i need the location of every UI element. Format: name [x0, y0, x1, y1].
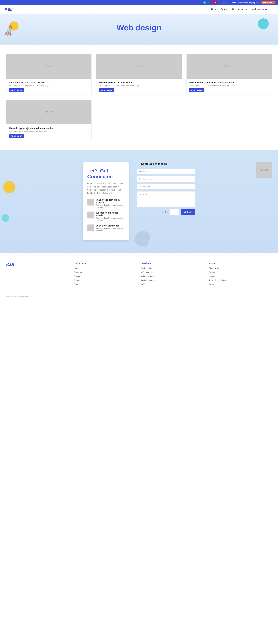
main-nav: Home Pages Hero headers Header & menu	[211, 8, 267, 10]
footer-col-about: About About Kavi Careers Innovation Term…	[209, 262, 272, 287]
feature-text-1: Team of the best digital experts Sed fri…	[96, 198, 124, 208]
facebook-icon[interactable]: f	[200, 1, 202, 4]
read-more-btn-3[interactable]: READ MORE	[189, 88, 204, 92]
footer-bottom: Designed by Markhendriksen.com.	[6, 293, 272, 298]
footer-link-ecommerce[interactable]: eCommerce	[141, 271, 204, 274]
blog-card-4: 1000 x 563 Phasellus purus justo, mollis…	[6, 100, 92, 141]
feature-thumb-1	[87, 198, 94, 206]
email-info: ✉ info@mycompany.com	[238, 2, 259, 4]
footer-link-terms[interactable]: Terms & conditions	[209, 279, 272, 282]
site-logo[interactable]: Kali	[5, 7, 13, 12]
youtube-icon[interactable]: ▶	[214, 1, 217, 4]
card-image-2: 1000 x 563	[96, 54, 182, 79]
card-body-1: Nulla arcu mi, suscipit ut dui nec by ad…	[6, 79, 91, 95]
feature-title-1: Team of the best digital experts	[96, 198, 124, 204]
email-input[interactable]	[137, 176, 195, 182]
footer-heading-services: Services	[141, 262, 204, 264]
contact-layout: Let's Get Connected Lorem ipsum dolor si…	[6, 162, 272, 240]
pinterest-icon[interactable]: p	[211, 1, 213, 4]
contact-section: 300 x 101 Let's Get Connected Lorem ipsu…	[0, 150, 278, 253]
read-more-btn-1[interactable]: READ MORE	[9, 88, 24, 92]
feature-thumb-2	[87, 212, 94, 218]
card-body-4: Phasellus purus justo, mollis nec sapien…	[6, 124, 91, 140]
footer-link-home[interactable]: Home	[74, 267, 137, 270]
contact-form-area: Send us a message 6 + 9 = Submit	[137, 162, 195, 215]
yellow-circle-contact	[3, 181, 16, 193]
read-more-btn-2[interactable]: READ MORE	[99, 88, 114, 92]
blog-card-2: 1000 x 563 Fusce interdum ultricies dolo…	[96, 54, 182, 95]
phone-number: +815.555.5555	[223, 2, 236, 4]
card-title-1: Nulla arcu mi, suscipit ut dui nec	[9, 81, 89, 84]
message-input[interactable]	[137, 191, 195, 207]
email-address: info@mycompany.com	[240, 2, 259, 4]
hero-section: 🚀 Web design	[0, 14, 278, 44]
linkedin-icon[interactable]: in	[207, 1, 210, 4]
feature-item-2: We focus on the best results Sed fringil…	[87, 212, 124, 222]
footer-link-careers[interactable]: Careers	[209, 271, 272, 274]
footer-link-about[interactable]: About us	[74, 271, 137, 274]
get-started-button[interactable]: Get started	[261, 1, 275, 4]
footer-heading-about: About	[209, 262, 272, 264]
blog-card-3: 1000 x 563 Mauris scelerisque rhoncus ma…	[186, 54, 272, 95]
connect-card: Let's Get Connected Lorem ipsum dolor si…	[83, 162, 129, 240]
small-image-placeholder: 300 x 101	[256, 162, 272, 178]
blog-section: 1000 x 563 Nulla arcu mi, suscipit ut du…	[0, 44, 278, 150]
feature-item-3: 15 years of experience Sed fringilla nul…	[87, 224, 124, 232]
footer-link-innovation[interactable]: Innovation	[209, 275, 272, 278]
footer-links-quick: Home About us Services Projects Blog	[74, 267, 137, 286]
phone-info: 📞 +815.555.5555	[220, 2, 236, 4]
feature-text-3: 15 years of experience Sed fringilla nul…	[96, 224, 124, 232]
phone-input[interactable]	[137, 184, 195, 190]
footer-link-privacy[interactable]: Privacy	[209, 283, 272, 286]
feature-desc-3: Sed fringilla nulla id ante pulvinar pha…	[96, 228, 124, 232]
phone-icon: 📞	[220, 2, 223, 4]
form-title: Send us a message	[137, 162, 195, 166]
card-title-2: Fusce interdum ultricies dolor	[99, 81, 179, 84]
card-image-3: 1000 x 563	[187, 54, 272, 79]
footer-link-blog[interactable]: Blog	[74, 283, 137, 286]
footer-link-seo[interactable]: SEO	[141, 283, 204, 286]
feature-title-2: We focus on the best results	[96, 212, 124, 216]
feature-item-1: Team of the best digital experts Sed fri…	[87, 198, 124, 208]
captcha-text: 6 + 9 =	[161, 211, 168, 213]
card-image-1: 1000 x 563	[6, 54, 91, 79]
card-meta-1: by admin | Oct 21, 2022 | Uncategorized,…	[9, 85, 89, 86]
connect-description: Lorem ipsum dolor sit amet, consectetur …	[87, 182, 124, 195]
cyan-circle-decoration	[258, 18, 269, 29]
footer-link-digitalmarketing[interactable]: Digital marketing	[141, 279, 204, 282]
footer-link-webdesign[interactable]: Web design	[141, 267, 204, 270]
full-name-input[interactable]	[137, 169, 195, 174]
footer-link-advertisement[interactable]: Advertisement	[141, 275, 204, 278]
card-body-2: Fusce interdum ultricies dolor by admin …	[96, 79, 182, 95]
card-image-4: 1000 x 563	[6, 100, 91, 124]
connect-title: Let's Get Connected	[87, 168, 124, 180]
footer-link-projects[interactable]: Projects	[74, 279, 137, 282]
nav-pages[interactable]: Pages	[221, 8, 228, 10]
footer-link-services[interactable]: Services	[74, 275, 137, 278]
hamburger-menu-icon[interactable]: ☰	[270, 7, 273, 11]
card-meta-2: by admin | Oct 21, 2022 | Uncategorized,…	[99, 85, 179, 86]
footer-grid: Kali Quick links Home About us Services …	[6, 262, 272, 287]
nav-hero-headers[interactable]: Hero headers	[232, 8, 247, 10]
footer-credit: Designed by Markhendriksen.com.	[6, 296, 32, 298]
nav-header-menu[interactable]: Header & menu	[251, 8, 267, 10]
footer-links-services: Web design eCommerce Advertisement Digit…	[141, 267, 204, 286]
feature-text-2: We focus on the best results Sed fringil…	[96, 212, 124, 222]
twitter-icon[interactable]: t	[203, 1, 206, 4]
feature-desc-1: Sed fringilla nulla id ante pulvinar pha…	[96, 204, 124, 208]
cyan-circle-contact	[2, 214, 9, 222]
topbar-right: 📞 +815.555.5555 ✉ info@mycompany.com Get…	[220, 1, 275, 4]
blog-card-1: 1000 x 563 Nulla arcu mi, suscipit ut du…	[6, 54, 92, 95]
nav-home[interactable]: Home	[211, 8, 217, 10]
footer-col-quick-links: Quick links Home About us Services Proje…	[74, 262, 137, 287]
card-meta-4: by admin | Oct 8, 2022 | Uncategorized, …	[9, 130, 89, 132]
footer-heading-quick-links: Quick links	[74, 262, 137, 264]
read-more-btn-4[interactable]: READ MORE	[9, 134, 24, 138]
footer-link-aboutkavi[interactable]: About Kavi	[209, 267, 272, 270]
footer: Kali Quick links Home About us Services …	[0, 253, 278, 302]
submit-button[interactable]: Submit	[181, 209, 195, 215]
feature-thumb-3	[87, 224, 94, 232]
card-body-3: Mauris scelerisque rhoncus mauris vitae …	[187, 79, 272, 95]
footer-logo-col: Kali	[6, 262, 69, 287]
captcha-input[interactable]	[170, 209, 179, 215]
